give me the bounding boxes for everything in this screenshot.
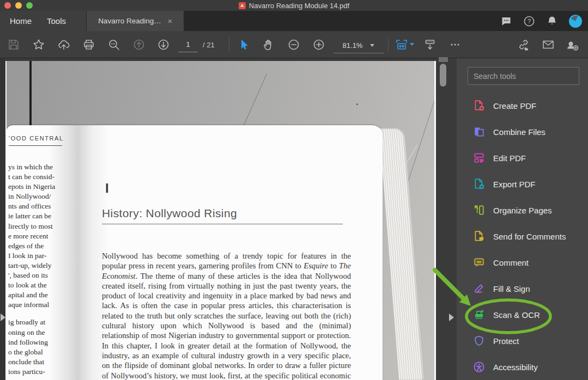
tab-strip: Home Tools Navarro Reading… × ? — [0, 11, 588, 31]
tool-item-send-for-comments[interactable]: Send for Comments — [457, 223, 588, 249]
collapse-tools-panel-button[interactable] — [449, 314, 454, 321]
tool-item-comment[interactable]: Comment — [457, 249, 588, 275]
create-pdf-icon — [473, 100, 485, 112]
previous-page-button[interactable] — [130, 35, 148, 54]
help-icon[interactable]: ? — [523, 15, 536, 28]
left-page-line: aque informal — [8, 300, 55, 310]
paragraph-text: to — [328, 261, 339, 270]
left-page-line: tart-up, widely — [8, 261, 55, 271]
page-number-input[interactable]: 1 — [178, 39, 198, 52]
toolbar: 1 / 21 81.1% — [0, 31, 588, 58]
account-avatar[interactable] — [568, 14, 583, 28]
left-page-line: edges of the — [8, 241, 55, 251]
print-button[interactable] — [80, 35, 98, 54]
chapter-number: I — [105, 181, 109, 196]
body-paragraph: Nollywood has become something of a tren… — [102, 251, 351, 380]
tool-item-protect[interactable]: Protect — [457, 328, 588, 354]
vertical-scrollbar-thumb[interactable] — [440, 64, 446, 87]
invite-people-button[interactable] — [563, 35, 581, 54]
left-page-line: onclude that — [8, 357, 55, 367]
scrollbar-gutter — [436, 58, 457, 380]
book-fore-edge — [379, 128, 424, 380]
left-page-line: nts and offices — [8, 201, 55, 211]
tools-sidebar: Create PDF Combine Files — [457, 58, 588, 380]
tool-item-fill-sign[interactable]: Fill & Sign — [457, 275, 588, 302]
tool-item-combine-files[interactable]: Combine Files — [457, 119, 588, 145]
combine-files-icon — [473, 126, 485, 138]
notifications-bell-icon[interactable] — [545, 15, 559, 28]
tab-home[interactable]: Home — [10, 16, 32, 26]
page-scrolling-button[interactable] — [421, 35, 439, 54]
save-button[interactable] — [4, 35, 23, 54]
chevron-down-icon — [370, 44, 374, 47]
left-page-line: ions particu- — [8, 367, 55, 377]
tool-label: Create PDF — [493, 101, 536, 111]
chapter-title-rule — [102, 224, 343, 224]
fill-sign-icon — [473, 283, 485, 295]
left-page-line: in Nollywood/ — [8, 192, 55, 201]
more-tools-button[interactable] — [446, 35, 464, 54]
zoom-level-control[interactable]: 81.1% — [334, 38, 384, 53]
tool-label: Accessibility — [493, 363, 538, 372]
protect-shield-icon — [473, 335, 485, 347]
document-tab-label: Navarro Reading… — [98, 17, 161, 25]
scrollbar-top-cap — [439, 57, 448, 62]
left-page-line: o the global — [8, 347, 55, 357]
comment-icon — [473, 256, 485, 268]
document-tab[interactable]: Navarro Reading… × — [87, 11, 184, 31]
left-page-line: apital and the — [8, 290, 55, 300]
left-page-line: ', based on its — [8, 271, 55, 280]
next-page-button[interactable] — [154, 35, 173, 54]
left-page-line: e more recent — [8, 231, 55, 241]
tab-tools[interactable]: Tools — [47, 16, 66, 26]
tool-label: Combine Files — [493, 127, 545, 137]
tool-list: Create PDF Combine Files — [457, 93, 588, 380]
left-panel-rail — [0, 58, 5, 380]
tool-label: Protect — [493, 336, 519, 346]
comments-bubble-icon[interactable] — [500, 15, 513, 28]
fit-width-button[interactable] — [392, 35, 411, 54]
tool-item-accessibility[interactable]: Accessibility — [457, 354, 588, 380]
search-button[interactable] — [105, 35, 123, 54]
main-area: 'OOD CENTRAL ys in which the t can be co… — [0, 58, 588, 380]
close-tab-icon[interactable]: × — [168, 17, 172, 26]
tool-label: Organize Pages — [493, 206, 552, 215]
left-page-line: ig broadly at — [8, 317, 55, 327]
svg-text:?: ? — [528, 18, 531, 24]
cloud-upload-button[interactable] — [54, 35, 73, 54]
zoom-out-button[interactable] — [284, 35, 303, 54]
star-favorite-button[interactable] — [29, 35, 48, 54]
paragraph-italic: Esquire — [304, 261, 328, 270]
tool-item-edit-pdf[interactable]: Edit PDF — [457, 145, 588, 171]
tool-item-organize-pages[interactable]: Organize Pages — [457, 197, 588, 223]
tool-label: Send for Comments — [493, 232, 566, 241]
left-page-line: to look at the — [8, 280, 55, 290]
expand-left-panel-button[interactable] — [1, 314, 5, 321]
pdf-file-icon: A — [239, 2, 246, 9]
share-link-button[interactable] — [514, 35, 533, 54]
left-page-line: ys in which the — [8, 162, 55, 172]
tool-item-create-pdf[interactable]: Create PDF — [457, 93, 588, 119]
tool-label: Edit PDF — [493, 154, 526, 163]
tool-item-export-pdf[interactable]: Export PDF — [457, 171, 588, 197]
select-tool-button[interactable] — [234, 35, 253, 54]
tool-label: Fill & Sign — [493, 284, 530, 293]
scan-ocr-icon — [473, 309, 485, 321]
chapter-title: History: Nollywood Rising — [102, 207, 237, 220]
left-page-line: ind following — [8, 338, 55, 347]
photo-scratch — [243, 73, 268, 128]
zoom-in-button[interactable] — [310, 35, 328, 54]
left-page-column: ys in which the t can be consid- epots i… — [8, 162, 55, 377]
left-page-line: ie latter can be — [8, 211, 55, 221]
left-page-line: t can be consid- — [8, 172, 55, 182]
hand-tool-button[interactable] — [259, 35, 278, 54]
tool-item-scan-ocr[interactable]: Scan & OCR — [457, 302, 588, 328]
search-tools-input[interactable] — [468, 67, 579, 85]
left-page-line: oning on the — [8, 328, 55, 338]
organize-pages-icon — [473, 204, 485, 216]
email-button[interactable] — [539, 35, 557, 54]
document-canvas[interactable]: 'OOD CENTRAL ys in which the t can be co… — [5, 61, 436, 380]
edit-pdf-icon — [473, 152, 485, 164]
tool-label: Comment — [493, 258, 529, 267]
accessibility-icon — [473, 361, 485, 373]
